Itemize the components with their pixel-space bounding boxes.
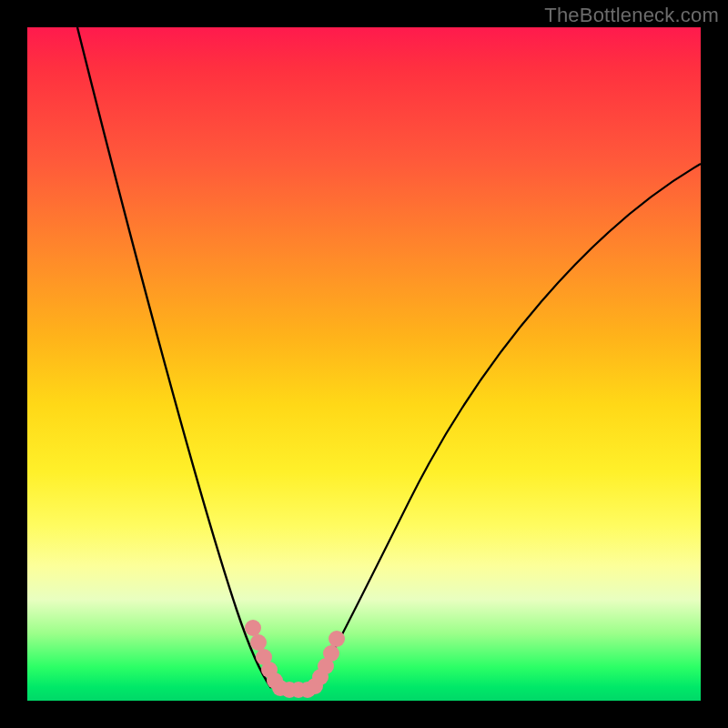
watermark-text: TheBottleneck.com	[544, 4, 719, 27]
marker-dot	[250, 634, 267, 651]
curve-right-branch	[313, 164, 701, 688]
plot-area	[27, 27, 701, 701]
marker-dot	[329, 631, 345, 647]
marker-dot	[323, 645, 339, 662]
curve-left-branch	[77, 27, 271, 688]
chart-frame: TheBottleneck.com	[0, 0, 728, 728]
marker-dot	[245, 620, 261, 636]
marker-cluster	[245, 620, 345, 698]
curve-layer	[27, 27, 701, 701]
